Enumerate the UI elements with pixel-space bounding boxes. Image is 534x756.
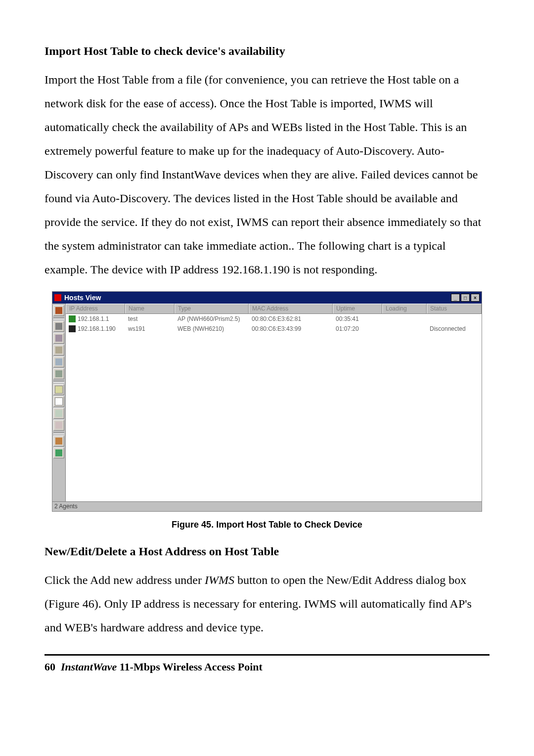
maximize-button[interactable]: □ bbox=[461, 294, 470, 302]
footer-title-rest: 11-Mbps Wireless Access Point bbox=[117, 661, 263, 673]
col-header-name[interactable]: Name bbox=[125, 304, 175, 313]
hosts-list: IP Address Name Type MAC Address Uptime … bbox=[66, 304, 482, 501]
cell-uptime: 00:35:41 bbox=[333, 315, 382, 322]
toolbar-btn-5[interactable] bbox=[53, 356, 64, 367]
cell-name: ws191 bbox=[125, 325, 175, 332]
properties-icon bbox=[55, 323, 62, 330]
host-status-icon bbox=[69, 325, 76, 332]
cell-ip: 192.168.1.190 bbox=[78, 325, 116, 332]
footer-title-italic: InstantWave bbox=[61, 661, 117, 673]
toolbar-import-button[interactable] bbox=[53, 408, 64, 419]
toolbar-icon-5 bbox=[55, 358, 62, 365]
toolbar-icon-3 bbox=[55, 335, 62, 342]
document-icon bbox=[55, 386, 63, 394]
toolbar-new-button[interactable] bbox=[53, 396, 64, 407]
cell-type: AP (NWH660/Prism2.5) bbox=[175, 315, 249, 322]
host-status-icon bbox=[69, 315, 76, 322]
window-buttons: _ □ × bbox=[450, 294, 480, 302]
toolbar-open-button[interactable] bbox=[53, 384, 64, 395]
toolbar-icon-11 bbox=[55, 438, 62, 445]
cell-name: test bbox=[125, 315, 175, 322]
delete-icon bbox=[55, 422, 62, 429]
toolbar-btn-12[interactable] bbox=[53, 447, 64, 458]
cell-ip: 192.168.1.1 bbox=[78, 315, 109, 322]
col-header-loading[interactable]: Loading bbox=[382, 304, 427, 313]
col-header-status[interactable]: Status bbox=[427, 304, 482, 313]
section2-body-pre: Click the Add new address under bbox=[44, 574, 205, 586]
minimize-button[interactable]: _ bbox=[451, 294, 460, 302]
figure-caption: Figure 45. Import Host Table to Check De… bbox=[44, 520, 490, 530]
col-header-ip[interactable]: IP Address bbox=[66, 304, 125, 313]
status-bar: 2 Agents bbox=[52, 501, 482, 511]
section1-heading: Import Host Table to check device's avai… bbox=[44, 44, 490, 58]
section2-body: Click the Add new address under IWMS but… bbox=[44, 568, 490, 639]
col-header-uptime[interactable]: Uptime bbox=[333, 304, 382, 313]
col-header-type[interactable]: Type bbox=[175, 304, 249, 313]
toolbar bbox=[52, 304, 66, 501]
section2-body-italic: IWMS bbox=[205, 574, 234, 586]
toolbar-icon-4 bbox=[55, 347, 62, 354]
cell-uptime: 01:07:20 bbox=[333, 325, 382, 332]
app-icon bbox=[54, 294, 61, 301]
cell-status: Disconnected bbox=[427, 325, 482, 332]
toolbar-btn-4[interactable] bbox=[53, 345, 64, 356]
table-row[interactable]: 192.168.1.190 ws191 WEB (NWH6210) 00:80:… bbox=[66, 324, 482, 334]
toolbar-icon-6 bbox=[55, 370, 62, 377]
cell-type: WEB (NWH6210) bbox=[175, 325, 249, 332]
toolbar-icon-12 bbox=[55, 449, 62, 456]
import-icon bbox=[55, 410, 62, 417]
toolbar-separator bbox=[53, 317, 64, 319]
hosts-list-header: IP Address Name Type MAC Address Uptime … bbox=[66, 304, 482, 314]
footer-rule bbox=[44, 654, 490, 656]
window-titlebar: Hosts View _ □ × bbox=[52, 292, 482, 304]
table-row[interactable]: 192.168.1.1 test AP (NWH660/Prism2.5) 00… bbox=[66, 314, 482, 324]
section1-body: Import the Host Table from a file (for c… bbox=[44, 68, 490, 281]
cell-mac: 00:80:C6:E3:43:99 bbox=[249, 325, 333, 332]
section2-heading: New/Edit/Delete a Host Address on Host T… bbox=[44, 545, 490, 558]
toolbar-delete-button[interactable] bbox=[53, 420, 64, 431]
hosts-view-window: Hosts View _ □ × bbox=[52, 291, 482, 512]
toolbar-separator bbox=[53, 432, 64, 434]
toolbar-properties-button[interactable] bbox=[53, 321, 64, 332]
toolbar-btn-11[interactable] bbox=[53, 436, 64, 446]
hosts-list-rows: 192.168.1.1 test AP (NWH660/Prism2.5) 00… bbox=[66, 314, 482, 501]
new-icon bbox=[55, 398, 63, 405]
find-icon bbox=[55, 307, 62, 314]
cell-mac: 00:80:C6:E3:62:81 bbox=[249, 315, 333, 322]
toolbar-find-button[interactable] bbox=[53, 305, 64, 316]
page-number: 60 bbox=[44, 661, 55, 673]
window-title: Hosts View bbox=[64, 294, 450, 302]
toolbar-btn-3[interactable] bbox=[53, 333, 64, 344]
toolbar-separator bbox=[53, 381, 64, 383]
page-footer: 60 InstantWave 11-Mbps Wireless Access P… bbox=[44, 661, 490, 673]
toolbar-btn-6[interactable] bbox=[53, 368, 64, 379]
col-header-mac[interactable]: MAC Address bbox=[249, 304, 333, 313]
close-button[interactable]: × bbox=[471, 294, 480, 302]
